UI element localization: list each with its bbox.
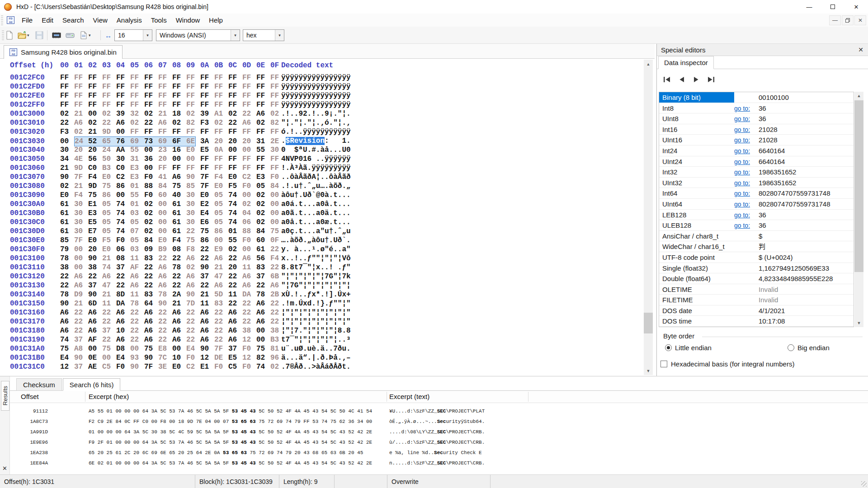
- hex-byte[interactable]: A6: [158, 118, 168, 127]
- hex-byte[interactable]: FF: [200, 73, 210, 82]
- hex-byte[interactable]: 20: [88, 245, 98, 254]
- hex-byte[interactable]: 22: [102, 317, 112, 326]
- hex-byte[interactable]: D9: [74, 290, 84, 299]
- hex-byte[interactable]: A6: [200, 335, 210, 344]
- hex-byte[interactable]: FF: [116, 82, 126, 91]
- inspector-value[interactable]: 36: [755, 210, 766, 220]
- menu-item-file[interactable]: File: [17, 14, 37, 26]
- hex-byte[interactable]: 22: [214, 335, 224, 344]
- hex-byte[interactable]: A6: [228, 308, 238, 317]
- inspector-type-label[interactable]: Single (float32): [659, 263, 734, 273]
- hex-byte[interactable]: 00: [158, 218, 168, 227]
- decoded-cell[interactable]: ..ôàÂãðA¦..ôàÂãð: [281, 173, 351, 182]
- hex-byte[interactable]: 22: [270, 299, 280, 308]
- hex-byte[interactable]: 37: [256, 272, 266, 281]
- hex-byte[interactable]: 22: [158, 335, 168, 344]
- hex-byte[interactable]: 40: [172, 191, 182, 200]
- decoded-cell[interactable]: a0ç.t...a"u†.ˆ„u: [281, 227, 351, 236]
- hex-byte[interactable]: A6: [158, 263, 168, 272]
- hex-byte[interactable]: 60: [256, 236, 266, 245]
- decoded-cell[interactable]: 0 $ªU.#.àå...U0: [281, 145, 351, 155]
- hex-byte[interactable]: D8: [116, 344, 126, 353]
- hex-byte[interactable]: 61: [172, 200, 182, 209]
- hex-byte[interactable]: FF: [228, 155, 238, 164]
- hex-byte[interactable]: 30: [186, 218, 196, 227]
- hex-byte[interactable]: FF: [172, 164, 182, 173]
- hex-byte[interactable]: A6: [186, 254, 196, 263]
- goto-link[interactable]: go to:: [734, 222, 750, 229]
- hex-byte[interactable]: 37: [74, 335, 84, 344]
- resize-grip[interactable]: [861, 481, 867, 487]
- decoded-cell[interactable]: ÿÿÿÿÿÿÿÿÿÿÿÿÿÿÿÿ: [281, 73, 351, 82]
- inspector-value[interactable]: 4/1/2021: [755, 305, 785, 316]
- hex-byte[interactable]: 5D: [214, 290, 224, 299]
- hex-byte[interactable]: 22: [200, 245, 210, 254]
- hex-byte[interactable]: 75: [102, 182, 112, 191]
- open-dropdown-icon[interactable]: ▾: [27, 33, 29, 38]
- inspector-row[interactable]: Int8go to:36: [659, 103, 854, 114]
- hex-byte[interactable]: 74: [228, 218, 238, 227]
- hex-byte[interactable]: 22: [270, 245, 280, 254]
- hex-byte[interactable]: 78: [130, 299, 140, 308]
- hex-byte[interactable]: 22: [270, 263, 280, 272]
- hex-byte[interactable]: FF: [116, 91, 126, 100]
- hex-byte[interactable]: 02: [144, 209, 154, 218]
- hex-byte[interactable]: 78: [158, 290, 168, 299]
- hex-byte[interactable]: 86: [116, 182, 126, 191]
- hex-byte[interactable]: E4: [186, 344, 196, 353]
- hex-byte[interactable]: 06: [242, 218, 252, 227]
- hex-byte[interactable]: 64: [144, 299, 154, 308]
- hex-byte[interactable]: 09: [144, 245, 154, 254]
- inspector-type-label[interactable]: Binary (8 bit): [659, 92, 734, 103]
- hex-byte[interactable]: 37: [102, 326, 112, 335]
- hex-byte[interactable]: 00: [88, 344, 98, 353]
- hex-byte[interactable]: 10: [172, 353, 182, 362]
- hex-byte[interactable]: FF: [102, 100, 112, 109]
- result-row[interactable]: 1EE84A6E 02 01 00 00 00 64 3A 5C 53 7A 4…: [10, 458, 868, 469]
- hex-byte[interactable]: FF: [74, 73, 84, 82]
- decoded-cell[interactable]: x..!..ƒ""¦"¦"¦Vô: [281, 254, 351, 263]
- hex-byte[interactable]: 06: [116, 245, 126, 254]
- hex-byte[interactable]: 16: [172, 145, 182, 155]
- hex-byte[interactable]: FF: [158, 82, 168, 91]
- hex-byte[interactable]: 01: [130, 200, 140, 209]
- hex-byte[interactable]: FF: [130, 73, 140, 82]
- new-file-icon[interactable]: [4, 29, 15, 41]
- hex-byte[interactable]: A6: [214, 281, 224, 290]
- scroll-up-icon[interactable]: ▲: [644, 60, 653, 68]
- hex-byte[interactable]: 11: [130, 254, 140, 263]
- hex-byte[interactable]: FF: [144, 73, 154, 82]
- hex-byte[interactable]: FF: [200, 100, 210, 109]
- inspector-row[interactable]: FILETIMEInvalid: [659, 295, 854, 305]
- inspector-value[interactable]: 36: [755, 113, 766, 124]
- hex-byte[interactable]: A6: [88, 326, 98, 335]
- hex-byte[interactable]: FF: [186, 127, 196, 136]
- mdi-restore-icon[interactable]: [842, 15, 854, 25]
- hex-byte[interactable]: 2E: [270, 137, 280, 146]
- hex-byte[interactable]: 38: [60, 263, 70, 272]
- hex-byte[interactable]: 85: [186, 182, 196, 191]
- hex-byte[interactable]: FF: [74, 100, 84, 109]
- hex-byte[interactable]: E8: [158, 344, 168, 353]
- inspector-type-label[interactable]: UInt64: [659, 199, 734, 209]
- hex-byte[interactable]: 4E: [74, 155, 84, 164]
- hex-byte[interactable]: FF: [270, 155, 280, 164]
- hex-byte[interactable]: 02: [256, 200, 266, 209]
- goto-link[interactable]: go to:: [734, 201, 750, 208]
- hex-byte[interactable]: FF: [256, 91, 266, 100]
- hex-byte[interactable]: 04: [242, 209, 252, 218]
- hex-byte[interactable]: 22: [186, 335, 196, 344]
- inspector-type-label[interactable]: Int32: [659, 167, 734, 177]
- hex-byte[interactable]: E0: [88, 236, 98, 245]
- hex-byte[interactable]: FF: [60, 82, 70, 91]
- hex-byte[interactable]: 47: [102, 281, 112, 290]
- hex-byte[interactable]: FF: [144, 82, 154, 91]
- hex-byte[interactable]: 00: [116, 191, 126, 200]
- inspector-type-label[interactable]: ULEB128: [659, 220, 734, 230]
- hex-byte[interactable]: 22: [200, 281, 210, 290]
- hex-byte[interactable]: FF: [214, 73, 224, 82]
- hex-byte[interactable]: A6: [116, 335, 126, 344]
- hex-byte[interactable]: 22: [116, 272, 126, 281]
- goto-link[interactable]: go to:: [734, 115, 750, 122]
- hex-byte[interactable]: AF: [130, 263, 140, 272]
